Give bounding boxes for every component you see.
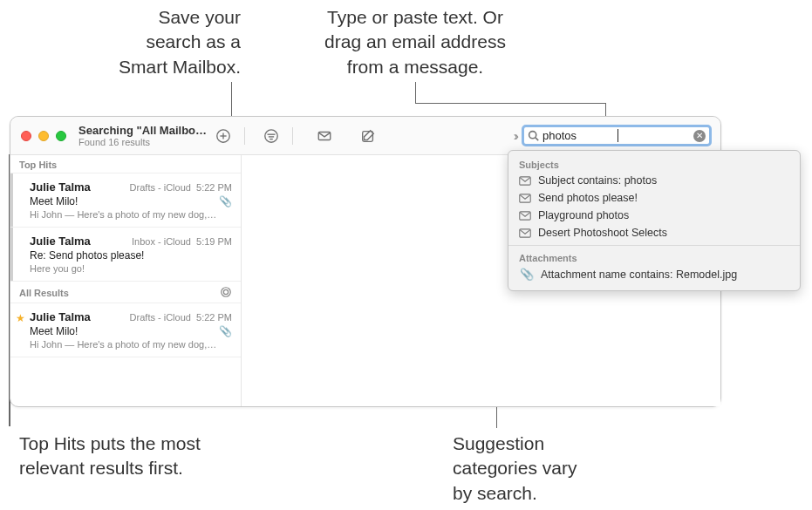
message-meta: Inbox - iCloud 5:19 PM <box>132 236 232 247</box>
suggestion-item[interactable]: Subject contains: photos <box>508 172 800 189</box>
attachment-icon: 📎 <box>219 325 232 337</box>
suggestion-item[interactable]: 📎 Attachment name contains: Remodel.jpg <box>508 265 800 283</box>
minimize-window-button[interactable] <box>38 131 49 141</box>
message-item[interactable]: Julie Talma Inbox - iCloud 5:19 PM Re: S… <box>10 228 241 282</box>
save-smart-mailbox-button[interactable] <box>211 124 235 148</box>
suggestion-label: Desert Photoshoot Selects <box>538 227 667 239</box>
search-suggestions-popover: Subjects Subject contains: photos Send p… <box>508 150 801 291</box>
search-field[interactable]: photos ✕ <box>522 125 712 146</box>
mail-button[interactable] <box>312 124 337 148</box>
envelope-icon <box>519 228 531 238</box>
suggestion-item[interactable]: Desert Photoshoot Selects <box>508 224 800 241</box>
section-header-all-results: All Results <box>10 282 241 303</box>
message-subject: Meet Milo! <box>30 325 78 337</box>
attachment-icon: 📎 <box>219 195 232 207</box>
callout-line <box>415 82 416 103</box>
star-icon: ★ <box>16 312 25 324</box>
message-preview: Hi John — Here's a photo of my new dog,… <box>30 339 232 350</box>
envelope-icon <box>519 211 531 221</box>
message-meta: Drafts - iCloud 5:22 PM <box>130 182 232 193</box>
popover-header-subjects: Subjects <box>508 156 800 172</box>
filter-button[interactable] <box>259 124 283 148</box>
toolbar-divider <box>292 127 293 145</box>
callout-top-hits: Top Hits puts the mostrelevant results f… <box>19 432 281 481</box>
mail-window: Searching "All Mailbo… Found 16 results … <box>10 116 721 407</box>
message-sender: Julie Talma <box>30 180 91 194</box>
message-subject: Re: Send photos please! <box>30 249 144 262</box>
suggestion-label: Playground photos <box>538 209 629 221</box>
accent-indicator <box>10 228 13 281</box>
toolbar-divider <box>244 127 245 145</box>
callout-suggestions: Suggestioncategories varyby search. <box>453 432 679 506</box>
suggestion-item[interactable]: Send photos please! <box>508 189 800 207</box>
svg-point-9 <box>529 132 536 139</box>
window-subtitle: Found 16 results <box>78 137 209 147</box>
fullscreen-window-button[interactable] <box>56 131 66 141</box>
sort-icon[interactable] <box>220 286 232 300</box>
paperclip-icon: 📎 <box>520 268 534 281</box>
text-caret <box>618 129 618 142</box>
svg-point-11 <box>222 288 231 297</box>
search-input-text: photos <box>542 129 618 142</box>
envelope-icon <box>519 176 531 186</box>
envelope-icon <box>519 194 531 203</box>
close-window-button[interactable] <box>21 131 31 141</box>
svg-line-10 <box>536 138 538 140</box>
message-sender: Julie Talma <box>30 310 91 323</box>
section-header-label: Top Hits <box>19 160 57 170</box>
compose-button[interactable] <box>356 124 380 148</box>
suggestion-label: Send photos please! <box>538 192 638 204</box>
message-item[interactable]: ★ Julie Talma Drafts - iCloud 5:22 PM Me… <box>10 303 241 357</box>
message-list: Top Hits Julie Talma Drafts - iCloud 5:2… <box>10 155 242 406</box>
popover-divider <box>508 245 800 246</box>
message-subject: Meet Milo! <box>30 195 78 207</box>
popover-header-attachments: Attachments <box>508 249 800 265</box>
window-controls <box>10 131 66 141</box>
message-meta: Drafts - iCloud 5:22 PM <box>130 312 232 323</box>
accent-indicator <box>10 173 13 227</box>
message-sender: Julie Talma <box>30 235 91 248</box>
message-item[interactable]: Julie Talma Drafts - iCloud 5:22 PM Meet… <box>10 173 241 228</box>
callout-search-hint: Type or paste text. Ordrag an email addr… <box>293 5 537 79</box>
callout-line <box>415 103 605 104</box>
overflow-icon[interactable]: ›› <box>514 129 516 143</box>
window-title: Searching "All Mailbo… <box>78 124 209 137</box>
clear-search-button[interactable]: ✕ <box>693 130 706 142</box>
message-preview: Here you go! <box>30 263 232 274</box>
suggestion-label: Attachment name contains: Remodel.jpg <box>541 269 737 281</box>
suggestion-label: Subject contains: photos <box>538 174 657 187</box>
callout-smart-mailbox: Save yoursearch as aSmart Mailbox. <box>66 5 241 79</box>
svg-point-3 <box>265 129 277 141</box>
section-header-label: All Results <box>19 288 69 298</box>
message-preview: Hi John — Here's a photo of my new dog,… <box>30 209 232 220</box>
suggestion-item[interactable]: Playground photos <box>508 207 800 224</box>
search-icon <box>528 130 539 141</box>
section-header-top-hits: Top Hits <box>10 155 241 173</box>
window-title-block: Searching "All Mailbo… Found 16 results <box>78 124 209 147</box>
